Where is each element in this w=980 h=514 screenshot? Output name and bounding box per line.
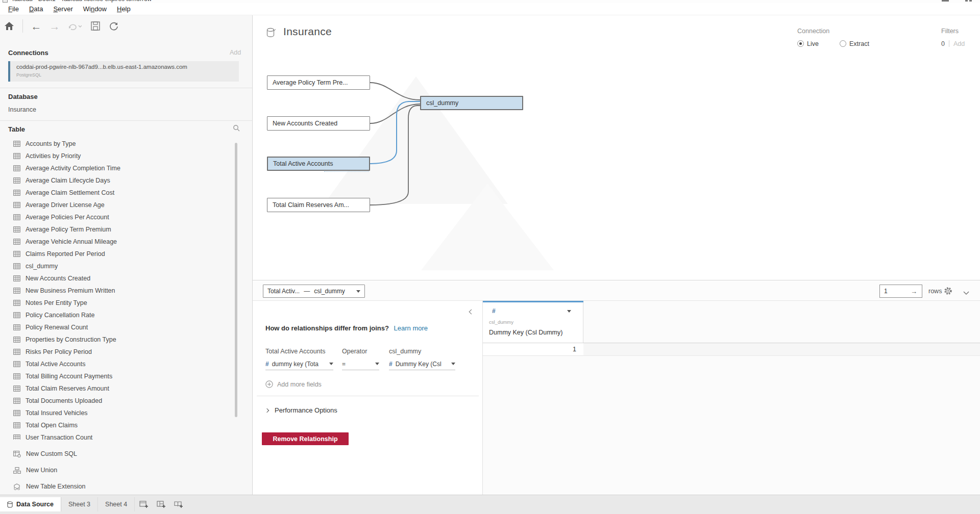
relationship-editor: How do relationships differ from joins? … [253,301,483,495]
table-icon [13,239,20,245]
relationship-strip: Total Activ... — csl_dummy → rows [253,281,980,301]
table-list-item[interactable]: New Accounts Created [0,272,233,285]
new-union-button[interactable]: New Union [0,464,233,476]
new-dashboard-icon[interactable] [152,497,169,511]
menu-server[interactable]: Server [48,4,78,14]
back-arrow-icon[interactable]: ← [29,18,44,34]
database-select[interactable]: Insurance [8,106,36,113]
table-list-item[interactable]: Policy Renewal Count [0,321,233,333]
divider [257,396,479,396]
menu-file[interactable]: File [3,4,24,14]
window-title: Tableau - Book1 - Tableau license expire… [11,0,152,3]
table-list-item[interactable]: Notes Per Entity Type [0,297,233,309]
minimize-icon[interactable] [942,0,949,2]
menu-help[interactable]: Help [112,4,136,14]
table-icon [13,361,20,367]
table-icon [13,141,20,147]
table-list-item[interactable]: Total Documents Uploaded [0,395,233,407]
gear-icon[interactable] [944,287,952,297]
table-list-item[interactable]: Average Claim Settlement Cost [0,187,233,199]
table-node-total-claim-reserves[interactable]: Total Claim Reserves Am... [267,198,370,212]
table-list-item[interactable]: Accounts by Type [0,138,233,150]
table-list-item[interactable]: Properties by Construction Type [0,333,233,346]
table-list-item[interactable]: Total Claim Reserves Amount [0,382,233,395]
table-list-item[interactable]: New Business Premium Written [0,285,233,297]
chevron-down-icon[interactable] [963,288,969,297]
table-icon [13,373,20,379]
rows-count-control[interactable]: → [879,285,922,298]
grid-cell[interactable]: 1 [483,343,583,356]
table-icon [13,324,20,330]
tab-sheet-3[interactable]: Sheet 3 [61,497,98,511]
table-list-item[interactable]: Average Vehicle Annual Mileage [0,236,233,248]
right-field-dropdown[interactable]: # Dummy Key (Csl [389,358,455,370]
go-arrow-icon[interactable]: → [911,288,917,295]
database-header: Database [8,93,38,100]
table-icon [13,251,20,257]
table-list-item[interactable]: Total Billing Account Payments [0,370,233,382]
relationship-selector[interactable]: Total Activ... — csl_dummy [263,285,365,298]
table-list-item[interactable]: Total Insured Vehicles [0,407,233,419]
table-list-item[interactable]: Claims Reported Per Period [0,248,233,260]
chevron-down-icon[interactable] [567,310,571,313]
table-list-item[interactable]: Activities by Priority [0,150,233,162]
relationship-canvas: Insurance Connection Live Extract Filter… [253,15,980,280]
performance-options-toggle[interactable]: Performance Options [265,406,337,414]
table-node-average-policy-term[interactable]: Average Policy Term Pre... [267,75,370,90]
table-icon [13,288,20,294]
tab-sheet-4[interactable]: Sheet 4 [98,497,135,511]
status-bar: Data Source Sheet 3 Sheet 4 [0,495,980,514]
new-story-icon[interactable] [169,497,187,511]
learn-more-link[interactable]: Learn more [394,324,428,332]
close-icon[interactable] [969,0,972,2]
table-list-item[interactable]: csl_dummy [0,260,233,272]
home-icon[interactable] [2,18,17,34]
table-node-total-active-accounts[interactable]: Total Active Accounts [267,157,370,171]
operator-dropdown[interactable]: = [342,358,379,370]
table-list-scrollbar[interactable] [235,143,237,417]
rows-count-input[interactable] [880,288,910,295]
add-connection-button[interactable]: Add [230,49,241,56]
table-list-item[interactable]: Total Open Claims [0,419,233,431]
connection-name: coddai-prod-pgwire-nlb-967ad9...b.elb.us… [16,64,236,70]
menu-data[interactable]: Data [24,4,48,14]
table-icon [13,177,20,184]
undo-redo-icon[interactable] [65,18,85,34]
table-list-item[interactable]: Average Claim Lifecycle Days [0,174,233,187]
grid-row-filler [583,343,980,356]
restore-icon[interactable] [965,0,968,2]
table-list-item[interactable]: Policy Cancellation Rate [0,309,233,321]
union-icon [13,467,21,474]
left-field-dropdown[interactable]: # dummy key (Tota [265,358,333,370]
chevron-down-icon [375,363,379,365]
chevron-down-icon [451,363,455,365]
collapse-panel-icon[interactable] [469,310,474,315]
new-custom-sql-button[interactable]: New Custom SQL [0,448,233,460]
tab-data-source[interactable]: Data Source [0,497,61,511]
remove-relationship-button[interactable]: Remove Relationship [262,432,349,445]
forward-arrow-icon[interactable]: → [47,18,62,34]
table-icon [13,349,20,355]
add-more-fields-button[interactable]: Add more fields [265,380,322,388]
divider [0,88,252,88]
table-list-item[interactable]: Total Active Accounts [0,358,233,370]
table-list-item[interactable]: Average Activity Completion Time [0,162,233,174]
refresh-data-source-icon[interactable] [106,18,121,34]
connection-item[interactable]: coddai-prod-pgwire-nlb-967ad9...b.elb.us… [8,61,239,82]
search-icon[interactable] [233,124,240,134]
table-list-item[interactable]: Average Driver License Age [0,199,233,211]
new-table-extension-button[interactable]: New Table Extension [0,480,233,493]
table-list-item[interactable]: User Transaction Count [0,431,233,440]
save-icon[interactable] [88,18,103,34]
table-icon [13,434,20,440]
table-list-item[interactable]: Risks Per Policy Period [0,346,233,358]
table-icon [13,300,20,306]
table-icon [13,275,20,281]
new-worksheet-icon[interactable] [135,497,152,511]
table-list-item[interactable]: Average Policies Per Account [0,211,233,223]
table-list-item[interactable]: Average Policy Term Premium [0,223,233,236]
app-icon [3,0,8,3]
table-node-new-accounts-created[interactable]: New Accounts Created [267,116,370,131]
menu-window[interactable]: Window [78,4,112,14]
table-node-csl-dummy[interactable]: csl_dummy [420,96,523,110]
